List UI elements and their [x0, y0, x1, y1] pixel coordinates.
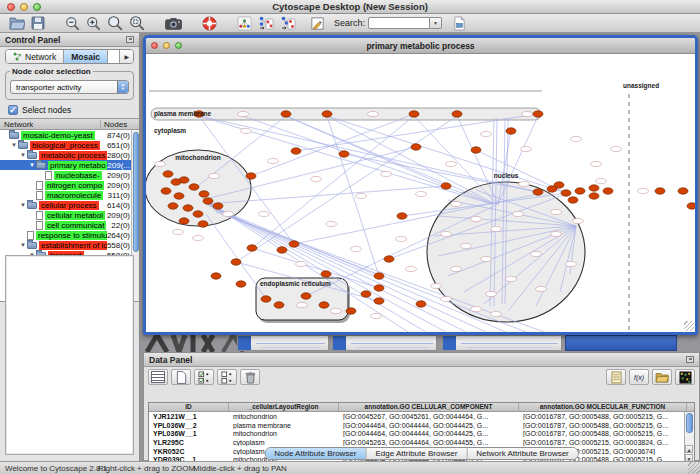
tree-row[interactable]: ▼biological_process651(0)	[0, 140, 139, 150]
network-window-resize-grip[interactable]	[684, 321, 694, 331]
tree-row[interactable]: nucleobase-209(0)	[0, 170, 139, 180]
network-overview-icon[interactable]	[234, 15, 255, 32]
graph-node[interactable]	[339, 151, 349, 157]
graph-node[interactable]	[441, 183, 451, 189]
tree-expander-icon[interactable]: ▼	[0, 152, 26, 158]
graph-edge[interactable]	[251, 114, 414, 176]
graph-node[interactable]	[163, 171, 173, 177]
tree-column-nodes[interactable]: Nodes	[101, 120, 139, 129]
graph-node[interactable]	[452, 111, 462, 117]
graph-node[interactable]	[561, 190, 571, 196]
tab-node-attribute-browser[interactable]: Node Attribute Browser	[265, 448, 366, 459]
tree-row[interactable]: response to stimulu264(0)	[0, 230, 139, 240]
graph-node[interactable]	[568, 197, 578, 203]
tree-row[interactable]: ▼primary metabo209(...	[0, 160, 139, 170]
graph-edge[interactable]	[327, 116, 566, 193]
detach-panel-icon[interactable]	[686, 356, 694, 363]
network-graph[interactable]: plasma membranecytoplasmmitochondrionnuc…	[146, 54, 695, 332]
zoom-out-icon[interactable]	[62, 15, 83, 32]
help-lifebuoy-icon[interactable]	[199, 15, 220, 32]
select-attributes-icon[interactable]	[194, 369, 214, 385]
graph-node[interactable]	[655, 188, 665, 194]
graph-edge[interactable]	[236, 116, 457, 262]
tree-row[interactable]: ▼cellular process614(0)	[0, 200, 139, 210]
graph-node[interactable]	[179, 218, 189, 224]
graph-node[interactable]	[374, 298, 384, 304]
graph-node[interactable]	[193, 211, 203, 217]
background-window-fragment[interactable]	[442, 335, 562, 351]
graph-node[interactable]	[211, 273, 221, 279]
column-header-id[interactable]: ID	[149, 403, 229, 411]
background-window-fragment[interactable]	[237, 335, 329, 351]
graph-node[interactable]	[247, 245, 257, 251]
graph-edge[interactable]	[286, 116, 446, 186]
tree-expander-icon[interactable]: ▼	[0, 242, 26, 248]
select-nodes-checkbox[interactable]: ✓	[8, 105, 18, 115]
function-builder-icon[interactable]: f(x)	[629, 369, 649, 385]
background-window-fragment-selected[interactable]	[565, 335, 677, 351]
graph-node[interactable]	[189, 184, 199, 190]
graph-node[interactable]	[321, 271, 331, 277]
delete-attribute-icon[interactable]	[240, 369, 260, 385]
graph-node[interactable]	[322, 111, 332, 117]
tab-network-attribute-browser[interactable]: Network Attribute Browser	[467, 448, 577, 459]
attribute-matrix-icon[interactable]	[675, 369, 695, 385]
network-canvas[interactable]: plasma membranecytoplasmmitochondrionnuc…	[146, 54, 695, 332]
graph-node[interactable]	[687, 203, 695, 209]
tab-edge-attribute-browser[interactable]: Edge Attribute Browser	[366, 448, 467, 459]
graph-node[interactable]	[506, 128, 516, 134]
graph-node[interactable]	[603, 188, 613, 194]
graph-node[interactable]	[168, 203, 178, 209]
tree-expander-icon[interactable]: ▼	[0, 142, 17, 148]
graph-node[interactable]	[198, 221, 208, 227]
graph-node[interactable]	[384, 256, 394, 262]
graph-node[interactable]	[533, 111, 543, 117]
network-close-button[interactable]	[151, 42, 158, 49]
graph-node[interactable]	[213, 203, 223, 209]
tree-column-network[interactable]: Network	[0, 120, 101, 129]
graph-node[interactable]	[409, 111, 419, 117]
node-color-dropdown[interactable]: transporter activity ▲▼	[10, 80, 129, 94]
graph-node[interactable]	[183, 205, 193, 211]
graph-node[interactable]	[291, 148, 301, 154]
column-header-region[interactable]: _cellularLayoutRegion	[229, 403, 339, 411]
graph-node[interactable]	[374, 285, 384, 291]
tree-row[interactable]: mosaic-demo-yeast874(0)	[0, 130, 139, 140]
search-dropdown-arrow-icon[interactable]: ▼	[430, 17, 442, 29]
graph-node[interactable]	[301, 293, 311, 299]
table-row[interactable]: YJR121W__1mitochondrion[GO:0045267, GO:0…	[149, 412, 694, 421]
new-network-from-selected-nodes-selected-edges-icon[interactable]	[277, 15, 299, 32]
table-scrollbar[interactable]: ▲ ▼	[684, 412, 694, 462]
tree-row[interactable]: ▼metabolic process280(0)	[0, 150, 139, 160]
network-window-titlebar[interactable]: primary metabolic process	[146, 38, 695, 54]
window-resize-grip[interactable]	[688, 462, 700, 474]
graph-node[interactable]	[281, 111, 291, 117]
network-zoom-button[interactable]	[175, 42, 182, 49]
graph-node[interactable]	[533, 189, 543, 195]
graph-node[interactable]	[277, 247, 287, 253]
network-minimize-button[interactable]	[163, 42, 170, 49]
background-window-fragment[interactable]	[332, 335, 437, 351]
search-input[interactable]	[368, 17, 430, 29]
attribute-notes-icon[interactable]	[606, 369, 626, 385]
graph-node[interactable]	[161, 188, 171, 194]
graph-node[interactable]	[416, 301, 426, 307]
graph-node[interactable]	[589, 185, 599, 191]
graph-node[interactable]	[554, 182, 564, 188]
unselect-attributes-icon[interactable]	[217, 369, 237, 385]
column-header-cellular-component[interactable]: annotation.GO CELLULAR_COMPONENT	[339, 403, 519, 411]
new-attribute-icon[interactable]	[171, 369, 191, 385]
graph-node[interactable]	[236, 281, 246, 287]
import-attributes-icon[interactable]	[652, 369, 672, 385]
graph-node[interactable]	[346, 308, 356, 314]
graph-node[interactable]	[289, 241, 299, 247]
graph-node[interactable]	[199, 191, 209, 197]
annotation-icon[interactable]	[307, 15, 328, 32]
zoom-fit-icon[interactable]	[104, 15, 126, 32]
table-scrollbar-thumb[interactable]	[686, 413, 693, 433]
new-network-from-selected-nodes-all-edges-icon[interactable]	[255, 15, 277, 32]
tree-row[interactable]: macromolecule311(0)	[0, 190, 139, 200]
tree-row[interactable]: cellular metabol209(0)	[0, 210, 139, 220]
graph-node[interactable]	[274, 302, 284, 308]
graph-node[interactable]	[411, 144, 421, 150]
